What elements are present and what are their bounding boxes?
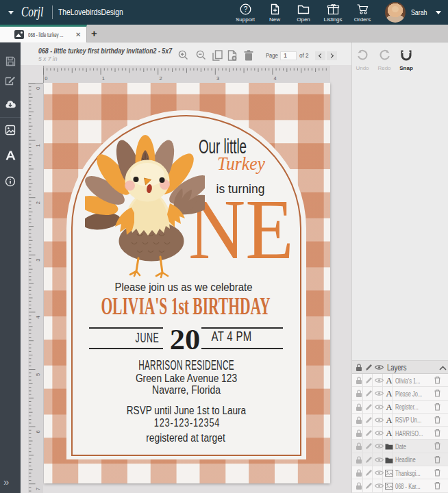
- svg-text:0: 0: [35, 87, 41, 90]
- svg-text:?: ?: [243, 5, 247, 13]
- svg-text:0: 0: [45, 75, 47, 81]
- svg-text:7: 7: [35, 488, 41, 490]
- svg-text:2: 2: [159, 75, 162, 81]
- svg-text:3: 3: [216, 75, 219, 81]
- svg-text:4: 4: [35, 316, 41, 318]
- svg-text:1: 1: [35, 144, 41, 147]
- svg-text:3: 3: [35, 259, 41, 262]
- svg-text:6: 6: [35, 430, 41, 433]
- svg-text:4: 4: [274, 75, 277, 81]
- svg-text:5: 5: [35, 373, 41, 376]
- svg-text:1: 1: [102, 75, 105, 81]
- svg-text:2: 2: [35, 201, 41, 204]
